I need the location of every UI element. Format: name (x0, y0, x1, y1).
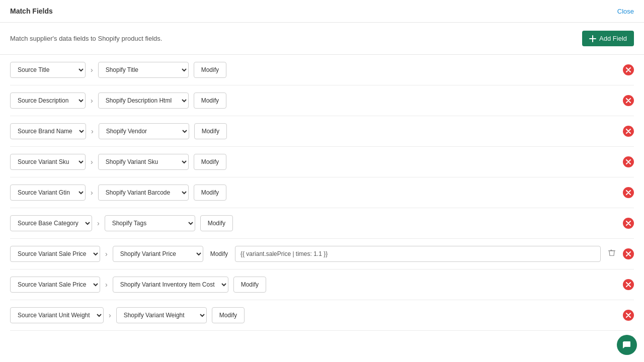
page-header: Match Fields Close Match supplier's data… (0, 0, 644, 55)
source-select-0[interactable]: Source Title (10, 62, 86, 78)
table-row: Source Variant Gtin›Shopify Variant Barc… (10, 177, 634, 208)
source-select-7[interactable]: Source Variant Sale Price (10, 277, 100, 293)
table-row: Source Variant Sale Price›Shopify Varian… (10, 269, 634, 300)
table-row: Source Brand Name›Shopify VendorModify (10, 116, 634, 147)
x-icon (626, 221, 631, 226)
modify-input-6[interactable] (235, 246, 601, 262)
modify-button-1[interactable]: Modify (194, 93, 226, 109)
dest-select-5[interactable]: Shopify Tags (105, 215, 195, 231)
arrow-icon: › (105, 250, 108, 258)
arrow-icon: › (91, 127, 94, 135)
arrow-icon: › (105, 281, 108, 289)
x-icon (626, 313, 631, 318)
table-row: Source Base Category›Shopify TagsModify (10, 208, 634, 239)
arrow-icon: › (109, 311, 111, 319)
table-row: Source Variant Sale Price›Shopify Varian… (10, 239, 634, 269)
x-icon (626, 129, 631, 134)
modify-label-6: Modify (208, 250, 230, 257)
dest-select-4[interactable]: Shopify Variant Barcode (98, 185, 189, 201)
trash-icon (608, 249, 616, 257)
toolbar-description: Match supplier's data fields to Shopify … (10, 35, 162, 42)
add-field-button[interactable]: Add Field (582, 31, 634, 46)
table-row: Source Description›Shopify Description H… (10, 85, 634, 116)
dest-select-7[interactable]: Shopify Variant Inventory Item Cost (113, 277, 228, 293)
arrow-icon: › (91, 97, 93, 105)
table-row: Source Variant Sku›Shopify Variant SkuMo… (10, 147, 634, 177)
source-select-2[interactable]: Source Brand Name (10, 123, 86, 139)
arrow-icon: › (91, 66, 93, 74)
source-select-1[interactable]: Source Description (10, 93, 86, 109)
x-icon (626, 190, 631, 195)
x-icon (626, 67, 631, 72)
remove-button-8[interactable] (623, 310, 634, 321)
remove-button-5[interactable] (623, 218, 634, 229)
remove-button-2[interactable] (623, 126, 634, 137)
remove-button-0[interactable] (623, 64, 634, 75)
trash-button-6[interactable] (606, 248, 618, 260)
table-row: Source Variant Unit Weight›Shopify Varia… (10, 300, 634, 331)
source-select-4[interactable]: Source Variant Gtin (10, 185, 86, 201)
dest-select-6[interactable]: Shopify Variant Price (113, 246, 203, 262)
modify-button-8[interactable]: Modify (212, 307, 245, 323)
table-row: Source Title›Shopify TitleModify (10, 55, 634, 85)
remove-button-3[interactable] (623, 156, 634, 167)
modify-button-4[interactable]: Modify (194, 185, 226, 201)
dest-select-3[interactable]: Shopify Variant Sku (98, 154, 189, 170)
x-icon (626, 98, 631, 103)
remove-button-4[interactable] (623, 187, 634, 198)
close-link[interactable]: Close (617, 8, 634, 15)
dest-select-1[interactable]: Shopify Description Html (98, 93, 189, 109)
page-title: Match Fields (10, 7, 53, 15)
dest-select-2[interactable]: Shopify Vendor (99, 123, 189, 139)
remove-button-6[interactable] (623, 248, 634, 259)
source-select-3[interactable]: Source Variant Sku (10, 154, 86, 170)
field-rows-container: Source Title›Shopify TitleModifySource D… (0, 55, 644, 331)
modify-button-3[interactable]: Modify (194, 154, 226, 170)
arrow-icon: › (91, 189, 93, 197)
dest-select-8[interactable]: Shopify Variant Weight (116, 307, 207, 323)
source-select-5[interactable]: Source Base Category (10, 215, 92, 231)
dest-select-0[interactable]: Shopify Title (98, 62, 189, 78)
modify-button-0[interactable]: Modify (194, 62, 226, 78)
arrow-icon: › (97, 219, 100, 227)
remove-button-1[interactable] (623, 95, 634, 106)
arrow-icon: › (91, 158, 93, 166)
x-icon (626, 251, 631, 256)
x-icon (626, 282, 631, 287)
source-select-8[interactable]: Source Variant Unit Weight (10, 307, 104, 323)
modify-button-5[interactable]: Modify (200, 215, 233, 231)
x-icon (626, 159, 631, 164)
remove-button-7[interactable] (623, 279, 634, 290)
plus-icon (589, 35, 596, 42)
modify-button-7[interactable]: Modify (233, 277, 266, 293)
modify-button-2[interactable]: Modify (194, 123, 227, 139)
source-select-6[interactable]: Source Variant Sale Price (10, 246, 100, 262)
